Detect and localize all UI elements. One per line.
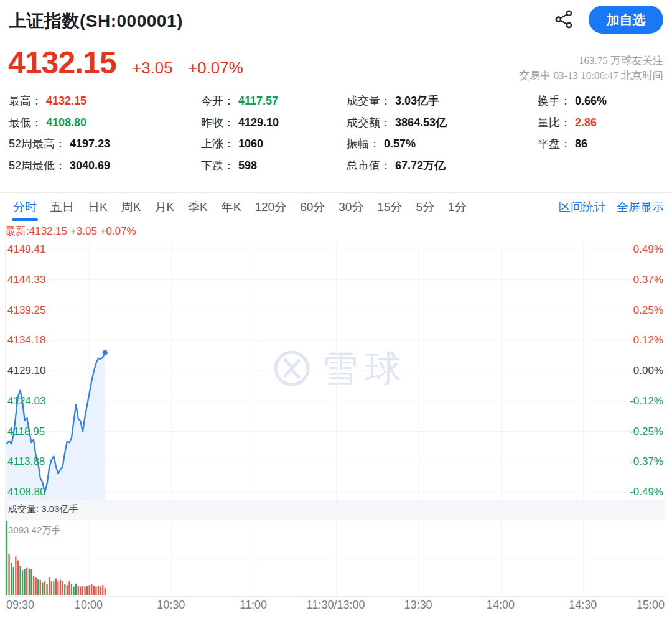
y-axis-percent-label: -0.12% — [630, 395, 663, 408]
stat-label: 成交量： — [347, 95, 391, 107]
stat-label: 今开： — [201, 95, 235, 107]
x-axis-time-label: 14:00 — [487, 599, 515, 612]
stat-value: 2.86 — [575, 116, 597, 129]
x-axis-time-label: 10:00 — [75, 599, 103, 612]
fullscreen-link[interactable]: 全屏显示 — [617, 199, 664, 215]
add-watchlist-button[interactable]: 加自选 — [589, 6, 663, 34]
stat-label: 上涨： — [201, 138, 235, 150]
y-axis-percent-label: 0.49% — [633, 243, 663, 256]
stat-value: 4132.15 — [46, 95, 86, 107]
stat-label: 成交额： — [347, 116, 391, 129]
stat-item: 上涨：1060 — [201, 136, 263, 151]
stat-label: 最低： — [9, 116, 42, 129]
stat-item: 今开：4117.57 — [201, 93, 278, 108]
stat-item: 成交量：3.03亿手 — [347, 93, 439, 108]
tab-week-k[interactable]: 周K — [121, 193, 141, 222]
y-axis-price-label: 4144.33 — [7, 274, 45, 286]
y-axis-price-label: 4118.95 — [7, 426, 45, 438]
tab-fenshi[interactable]: 分时 — [13, 193, 37, 222]
stat-value: 4129.10 — [238, 116, 279, 129]
x-axis-time-label: 14:30 — [569, 599, 597, 612]
stat-label: 量比： — [538, 116, 571, 129]
stat-value: 4197.23 — [70, 138, 110, 150]
stat-value: 3040.69 — [70, 159, 110, 172]
x-axis-time-label: 11:00 — [240, 599, 267, 612]
tab-60min[interactable]: 60分 — [300, 193, 325, 222]
y-axis-price-label: 4113.88 — [7, 455, 45, 468]
current-price: 4132.15 — [8, 47, 116, 78]
followers-count: 163.75 万球友关注 — [519, 54, 663, 68]
tab-quarter-k[interactable]: 季K — [188, 193, 208, 222]
y-axis-price-label: 4139.25 — [7, 304, 45, 317]
stat-label: 总市值： — [347, 159, 391, 172]
intraday-chart: 雪球 成交量: 3.03亿手 3093.42万手 4149.414144.334… — [5, 243, 666, 597]
stat-item: 换手：0.66% — [538, 93, 607, 108]
quote-meta: 163.75 万球友关注 交易中 03-13 10:06:47 北京时间 — [519, 54, 663, 83]
chart-period-tabs: 分时五日日K周K月K季K年K120分60分30分15分5分1分区间统计全屏显示 — [0, 192, 672, 222]
share-icon[interactable] — [554, 9, 574, 29]
range-stats-link[interactable]: 区间统计 — [559, 199, 606, 215]
y-axis-percent-label: 0.00% — [633, 365, 663, 377]
stat-label: 振幅： — [347, 138, 380, 150]
stat-item: 最低：4108.80 — [9, 115, 86, 130]
x-axis-time-label: 11:30/13:00 — [307, 599, 365, 612]
stat-item: 52周最低：3040.69 — [9, 158, 110, 173]
stat-label: 平盘： — [538, 138, 571, 150]
chart-tool-links: 区间统计全屏显示 — [559, 193, 664, 222]
stat-label: 昨收： — [201, 116, 235, 129]
tab-5day[interactable]: 五日 — [50, 193, 74, 222]
tab-1min[interactable]: 1分 — [448, 193, 467, 222]
x-axis-time-label: 15:00 — [637, 599, 665, 612]
x-axis-time-label: 13:30 — [404, 599, 432, 612]
stat-item: 成交额：3864.53亿 — [347, 115, 447, 130]
stat-label: 换手： — [538, 95, 571, 107]
tab-day-k[interactable]: 日K — [88, 193, 108, 222]
y-axis-percent-label: -0.49% — [630, 486, 663, 498]
stat-value: 1060 — [238, 138, 263, 150]
tab-5min[interactable]: 5分 — [416, 193, 435, 222]
stat-item: 52周最高：4197.23 — [9, 136, 110, 151]
latest-price-label: 最新:4132.15 +3.05 +0.07% — [5, 224, 136, 238]
y-axis-price-label: 4129.10 — [7, 365, 45, 377]
y-axis-percent-label: 0.25% — [633, 304, 663, 317]
volume-max-label: 3093.42万手 — [8, 525, 60, 536]
x-axis-labels: 09:3010:0010:3011:0011:30/13:0013:3014:0… — [0, 599, 672, 616]
tab-month-k[interactable]: 月K — [154, 193, 174, 222]
stat-value: 598 — [238, 159, 257, 172]
volume-header: 成交量: 3.03亿手 — [8, 503, 78, 515]
stat-value: 67.72万亿 — [395, 159, 446, 172]
price-volume-plot[interactable] — [6, 243, 666, 596]
tab-30min[interactable]: 30分 — [338, 193, 363, 222]
stat-item: 平盘：86 — [538, 136, 587, 151]
stat-item: 总市值：67.72万亿 — [347, 158, 446, 173]
y-axis-price-label: 4134.18 — [7, 334, 45, 347]
tab-year-k[interactable]: 年K — [222, 193, 241, 222]
price-change: +3.05 — [132, 60, 173, 76]
y-axis-percent-label: -0.37% — [630, 455, 663, 468]
stat-item: 昨收：4129.10 — [201, 115, 279, 130]
session-status: 交易中 03-13 10:06:47 北京时间 — [519, 68, 663, 83]
stat-value: 0.66% — [575, 95, 607, 107]
stat-label: 下跌： — [201, 159, 235, 172]
stat-label: 52周最高： — [9, 138, 66, 150]
stat-label: 52周最低： — [9, 159, 66, 172]
stock-detail-page: 上证指数(SH:000001) 加自选 4132.15 +3.05 +0.07%… — [0, 0, 672, 621]
stat-value: 4117.57 — [238, 95, 278, 107]
stat-value: 4108.80 — [46, 116, 86, 129]
stat-item: 下跌：598 — [201, 158, 257, 173]
stat-value: 3864.53亿 — [395, 116, 447, 129]
page-title: 上证指数(SH:000001) — [9, 9, 183, 33]
stat-value: 86 — [575, 138, 587, 150]
stat-item: 量比：2.86 — [538, 115, 597, 130]
y-axis-price-label: 4149.41 — [7, 243, 45, 256]
tab-15min[interactable]: 15分 — [377, 193, 402, 222]
stat-label: 最高： — [9, 95, 42, 107]
tab-120min[interactable]: 120分 — [254, 193, 286, 222]
stat-value: 3.03亿手 — [395, 95, 439, 107]
y-axis-price-label: 4124.03 — [7, 395, 45, 408]
y-axis-percent-label: 0.37% — [633, 274, 663, 286]
stat-item: 振幅：0.57% — [347, 136, 416, 151]
y-axis-percent-label: 0.12% — [633, 334, 663, 347]
price-change-percent: +0.07% — [188, 60, 243, 76]
x-axis-time-label: 10:30 — [157, 599, 185, 612]
